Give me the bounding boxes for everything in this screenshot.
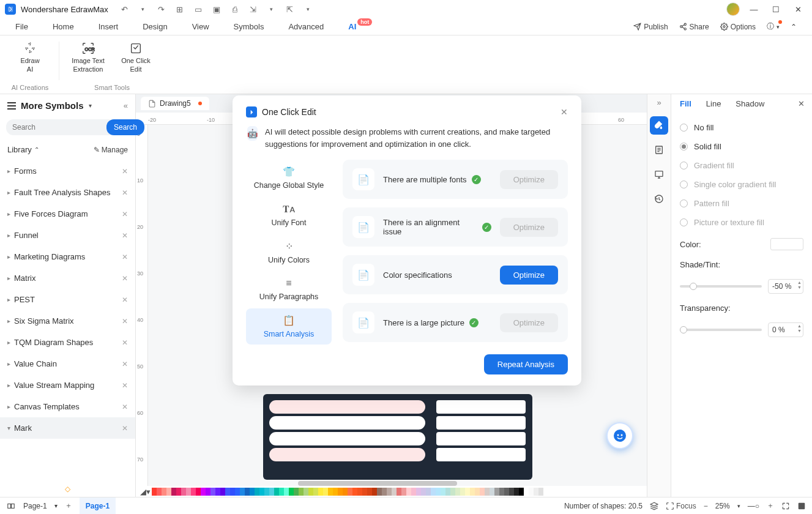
color-swatch[interactable] [494,488,499,496]
options-button[interactable]: Options [720,23,756,31]
color-swatch[interactable] [240,488,245,496]
layers-icon[interactable] [650,502,658,510]
color-swatch[interactable] [201,488,206,496]
remove-library-icon[interactable]: ✕ [122,188,128,197]
fill-option-radio[interactable]: Gradient fill [680,156,803,175]
menu-design[interactable]: Design [143,22,167,31]
zoom-level[interactable]: 25% [715,502,730,510]
color-swatch[interactable] [534,488,538,496]
color-swatch[interactable] [235,488,240,496]
library-item[interactable]: ▸Marketing Diagrams✕ [0,246,135,267]
new-icon[interactable]: ⊞ [173,2,187,16]
color-swatch[interactable] [279,488,284,496]
library-item[interactable]: ▸Value Chain✕ [0,353,135,374]
collapse-ribbon-button[interactable]: ⌃ [791,23,797,31]
color-swatch[interactable] [186,488,191,496]
print-icon[interactable]: ⎙ [228,2,242,16]
import-dropdown-icon[interactable]: ▾ [302,2,315,16]
color-swatch[interactable] [509,488,514,496]
tab-shadow[interactable]: Shadow [736,99,764,111]
color-swatch[interactable] [230,488,235,496]
color-swatch[interactable] [181,488,186,496]
color-swatch[interactable] [450,488,455,496]
search-input[interactable] [6,119,110,135]
color-swatch[interactable] [152,488,157,496]
color-swatch[interactable] [470,488,475,496]
fill-dropper-icon[interactable]: ◢▾ [138,487,152,496]
color-swatch[interactable] [352,488,357,496]
color-swatch[interactable] [284,488,289,496]
color-swatch[interactable] [225,488,230,496]
color-swatch[interactable] [387,488,392,496]
color-swatch[interactable] [382,488,387,496]
close-panel-icon[interactable]: ✕ [798,99,805,108]
analysis-option[interactable]: 👕Change Global Style [246,160,332,196]
color-swatch[interactable] [529,488,534,496]
hamburger-icon[interactable] [7,102,16,110]
color-swatch[interactable] [348,488,352,496]
fill-option-radio[interactable]: Solid fill [680,137,803,156]
color-swatch[interactable] [308,488,313,496]
color-swatch[interactable] [465,488,470,496]
analysis-option[interactable]: ≡Unify Paragraphs [246,272,332,307]
color-swatch[interactable] [362,488,367,496]
color-swatch[interactable] [259,488,264,496]
color-swatch[interactable] [343,488,348,496]
remove-library-icon[interactable]: ✕ [122,360,128,368]
color-swatch[interactable] [289,488,294,496]
color-swatch[interactable] [367,488,372,496]
color-swatch[interactable] [255,488,259,496]
color-swatch[interactable] [514,488,519,496]
remove-library-icon[interactable]: ✕ [122,253,128,261]
color-swatch[interactable] [475,488,480,496]
fullscreen-icon[interactable] [797,502,806,510]
present-rail-button[interactable] [650,165,668,184]
ai-assistant-button[interactable] [606,422,633,449]
undo-icon[interactable]: ↶ [118,2,132,16]
zoom-dropdown-icon[interactable]: ▾ [737,503,740,509]
menu-file[interactable]: File [15,22,28,31]
color-swatch[interactable] [294,488,299,496]
history-rail-button[interactable] [650,190,668,208]
analysis-option[interactable]: ⁘Unify Colors [246,234,332,270]
dialog-close-icon[interactable]: ✕ [561,107,568,117]
redo-icon[interactable]: ↷ [155,2,168,16]
color-swatch[interactable] [215,488,220,496]
maximize-button[interactable]: ☐ [767,2,785,17]
remove-library-icon[interactable]: ✕ [122,317,128,326]
pages-icon[interactable] [6,502,16,510]
tab-fill[interactable]: Fill [680,99,691,111]
color-swatch[interactable] [333,488,338,496]
remove-library-icon[interactable]: ✕ [122,167,128,176]
remove-library-icon[interactable]: ✕ [122,210,128,218]
color-swatch[interactable] [411,488,416,496]
undo-dropdown-icon[interactable]: ▾ [136,2,150,16]
manage-button[interactable]: ✎ Manage [94,146,128,154]
spinner-icon[interactable]: ▲▼ [797,280,802,289]
spinner-icon[interactable]: ▲▼ [797,324,802,333]
color-swatch[interactable] [220,488,225,496]
remove-library-icon[interactable]: ✕ [122,424,128,433]
library-item[interactable]: ▸Matrix✕ [0,267,135,289]
minimize-button[interactable]: — [745,2,763,17]
menu-insert[interactable]: Insert [99,22,119,31]
color-swatch[interactable] [191,488,196,496]
color-swatch[interactable] [490,488,494,496]
search-button[interactable]: Search [106,119,144,135]
library-label[interactable]: Library [7,145,32,154]
library-item[interactable]: ▸Funnel✕ [0,225,135,246]
color-swatch[interactable] [538,488,543,496]
menu-symbols[interactable]: Symbols [234,22,264,31]
fill-option-radio[interactable]: Picture or texture fill [680,213,803,232]
color-swatch[interactable] [441,488,445,496]
color-swatch[interactable] [426,488,431,496]
repeat-analysis-button[interactable]: Repeat Analysis [484,354,568,374]
close-button[interactable]: ✕ [789,2,807,17]
color-swatch[interactable] [318,488,323,496]
fill-option-radio[interactable]: No fill [680,118,803,137]
shade-slider[interactable] [680,285,762,288]
color-swatch[interactable] [401,488,406,496]
color-swatch[interactable] [421,488,426,496]
color-swatch[interactable] [504,488,509,496]
page-dropdown-icon[interactable]: ▾ [54,502,58,509]
